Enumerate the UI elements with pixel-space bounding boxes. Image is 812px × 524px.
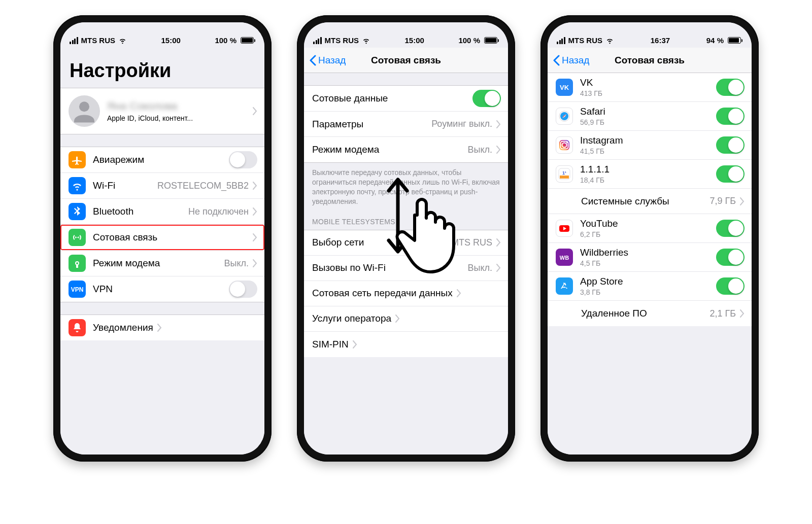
row-label: SIM-PIN	[312, 339, 349, 350]
back-button[interactable]: Назад	[553, 55, 589, 66]
toggle-switch[interactable]	[716, 249, 745, 266]
screen-1: MTS RUS 15:00 100 % Настройки Яна Соколо…	[60, 22, 264, 455]
status-bar: MTS RUS 15:00 100 %	[60, 22, 264, 48]
battery-label: 94 %	[706, 36, 724, 45]
row-label: Сотовая связь	[93, 232, 157, 243]
settings-row[interactable]: Сотовая сеть передачи данных	[304, 281, 508, 306]
svg-point-0	[79, 101, 89, 112]
settings-row[interactable]: VPNVPN	[60, 276, 264, 302]
nav-title: Сотовая связь	[615, 55, 685, 66]
nav-header: Назад Сотовая связь	[304, 48, 508, 73]
hotspot-icon	[69, 255, 86, 272]
settings-row[interactable]: Вызовы по Wi-FiВыкл.	[304, 256, 508, 281]
settings-row[interactable]: Режим модемаВыкл.	[304, 137, 508, 162]
row-value: ROSTELECOM_5BB2	[153, 181, 249, 191]
phone-frame-1: MTS RUS 15:00 100 % Настройки Яна Соколо…	[53, 15, 272, 462]
toggle-switch[interactable]	[716, 165, 745, 183]
settings-row[interactable]: Instagram41,5 ГБ	[548, 131, 752, 160]
row-sublabel: 6,2 ГБ	[580, 230, 716, 238]
back-label: Назад	[318, 55, 346, 66]
toggle-switch[interactable]	[229, 281, 257, 298]
toggle-switch[interactable]	[716, 79, 745, 96]
svg-text:VK: VK	[560, 84, 569, 91]
row-value: 2,1 ГБ	[705, 308, 736, 319]
settings-row[interactable]: Сотовые данные	[304, 86, 508, 112]
phone-frame-2: MTS RUS 15:00 100 % Назад Сотовая связь …	[297, 15, 515, 462]
row-value: 7,9 ГБ	[705, 196, 736, 206]
row-label: Wildberries	[580, 247, 716, 258]
row-label: Услуги оператора	[312, 313, 391, 324]
row-label: Instagram	[580, 135, 716, 146]
youtube-icon	[556, 220, 573, 237]
wildberries-icon: WB	[556, 249, 573, 266]
row-sublabel: 56,9 ГБ	[580, 118, 716, 126]
settings-row[interactable]: Safari56,9 ГБ	[548, 102, 752, 131]
settings-row[interactable]: BluetoothНе подключен	[60, 199, 264, 225]
toggle-switch[interactable]	[716, 220, 745, 237]
settings-row[interactable]: Авиарежим	[60, 147, 264, 173]
svg-text:WB: WB	[560, 255, 569, 261]
signal-icon	[313, 37, 322, 44]
chevron-right-icon	[253, 233, 257, 241]
settings-row[interactable]: Сотовая связь	[60, 225, 264, 251]
toggle-switch[interactable]	[716, 136, 745, 154]
row-label: Выбор сети	[312, 237, 364, 248]
instagram-icon	[556, 136, 573, 154]
svg-text:1¹: 1¹	[562, 170, 566, 176]
row-value: Выкл.	[463, 145, 492, 155]
row-value: Выкл.	[463, 263, 492, 273]
status-bar: MTS RUS 16:37 94 %	[548, 22, 752, 48]
row-value: Роуминг выкл.	[427, 119, 492, 129]
row-sublabel: 3,8 ГБ	[580, 288, 716, 296]
settings-row[interactable]: Выбор сетиMTS RUS	[304, 230, 508, 256]
nav-title: Сотовая связь	[371, 55, 441, 66]
toggle-switch[interactable]	[716, 277, 745, 295]
settings-row[interactable]: YouTube6,2 ГБ	[548, 214, 752, 243]
1111-icon: 1¹	[556, 165, 573, 183]
back-button[interactable]: Назад	[309, 55, 346, 66]
settings-row[interactable]: VKVK413 ГБ	[548, 73, 752, 102]
settings-row[interactable]: Услуги оператора	[304, 306, 508, 332]
bluetooth-icon	[69, 203, 86, 220]
section-header: MOBILE TELESYSTEMS	[304, 209, 508, 230]
chevron-right-icon	[253, 182, 257, 190]
phone-frame-3: MTS RUS 16:37 94 % Назад Сотовая связь V…	[540, 15, 759, 462]
toggle-switch[interactable]	[229, 151, 257, 168]
signal-icon	[557, 37, 565, 44]
battery-icon	[239, 37, 255, 44]
row-label: 1.1.1.1	[580, 164, 716, 175]
chevron-right-icon	[740, 197, 745, 205]
settings-row[interactable]: Режим модемаВыкл.	[60, 251, 264, 276]
profile-name: Яна Соколова	[107, 100, 249, 112]
toggle-switch[interactable]	[472, 90, 501, 107]
row-label: Bluetooth	[93, 206, 133, 217]
settings-row[interactable]: Уведомления	[60, 315, 264, 340]
settings-row[interactable]: 1¹1.1.1.118,4 ГБ	[548, 160, 752, 189]
row-sublabel: 18,4 ГБ	[580, 176, 716, 184]
safari-icon	[556, 108, 573, 125]
chevron-right-icon	[496, 146, 501, 154]
settings-row[interactable]: Wi-FiROSTELECOM_5BB2	[60, 173, 264, 199]
row-label: Параметры	[312, 119, 363, 130]
signal-icon	[70, 37, 78, 44]
avatar-icon	[69, 95, 100, 127]
chevron-right-icon	[496, 264, 501, 272]
row-label: VPN	[93, 284, 113, 295]
settings-row[interactable]: WBWildberries4,5 ГБ	[548, 243, 752, 272]
chevron-right-icon	[353, 340, 357, 348]
settings-row[interactable]: SIM-PIN	[304, 332, 508, 357]
row-label: Сотовая сеть передачи данных	[312, 288, 453, 299]
row-label: YouTube	[580, 218, 716, 229]
row-label: Вызовы по Wi-Fi	[312, 262, 386, 273]
profile-row[interactable]: Яна Соколова Apple ID, iCloud, контент..…	[60, 88, 264, 134]
bell-icon	[69, 319, 86, 336]
chevron-right-icon	[253, 259, 257, 267]
settings-row[interactable]: App Store3,8 ГБ	[548, 272, 752, 301]
carrier-label: MTS RUS	[81, 36, 116, 45]
row-value: Не подключен	[184, 206, 249, 217]
toggle-switch[interactable]	[716, 108, 745, 125]
settings-row[interactable]: Системные службы7,9 ГБ	[548, 189, 752, 214]
settings-row[interactable]: Удаленное ПО2,1 ГБ	[548, 301, 752, 326]
settings-row[interactable]: ПараметрыРоуминг выкл.	[304, 112, 508, 137]
carrier-label: MTS RUS	[568, 36, 603, 45]
